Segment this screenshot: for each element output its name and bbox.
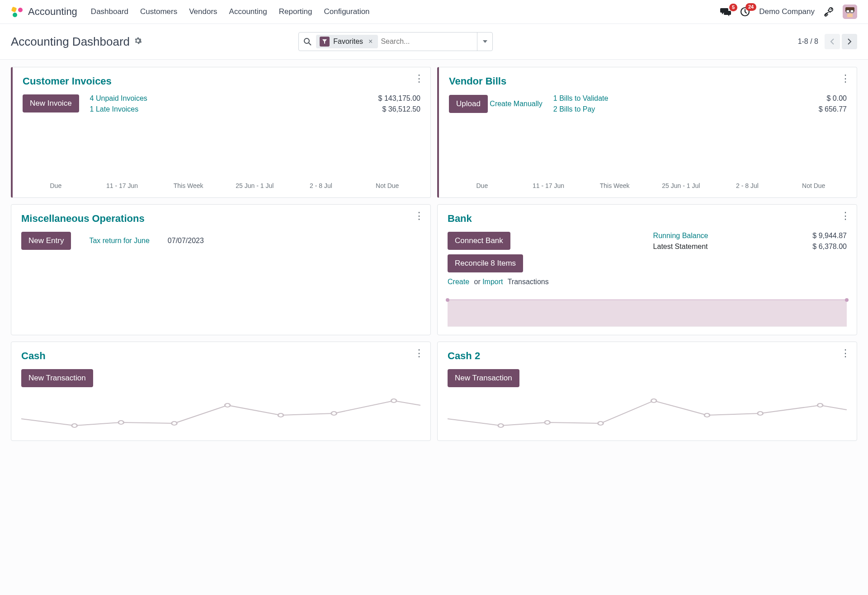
main-nav: Dashboard Customers Vendors Accounting R… xyxy=(91,7,370,16)
unpaid-amount: $ 143,175.00 xyxy=(378,94,420,103)
svg-rect-7 xyxy=(850,10,854,13)
card-title[interactable]: Customer Invoices xyxy=(23,75,420,87)
nav-configuration[interactable]: Configuration xyxy=(324,7,369,16)
card-title[interactable]: Cash 2 xyxy=(448,350,847,362)
text-or: or xyxy=(474,278,480,286)
axis-label: 25 Jun - 1 Jul xyxy=(648,182,714,189)
axis-label: Not Due xyxy=(354,182,420,189)
svg-point-22 xyxy=(704,413,710,417)
create-transaction-link[interactable]: Create xyxy=(448,278,469,286)
new-transaction-button[interactable]: New Transaction xyxy=(21,369,93,387)
running-balance-link[interactable]: Running Balance xyxy=(653,232,708,240)
running-balance-value: $ 9,944.87 xyxy=(812,232,847,240)
axis-label: 11 - 17 Jun xyxy=(515,182,582,189)
new-entry-button[interactable]: New Entry xyxy=(21,232,71,250)
nav-accounting[interactable]: Accounting xyxy=(229,7,267,16)
page-title: Accounting Dashboard xyxy=(11,35,142,49)
card-menu-button[interactable]: ⋮ xyxy=(840,211,850,221)
card-menu-button[interactable]: ⋮ xyxy=(840,348,850,358)
top-icons: 5 24 Demo Company xyxy=(720,5,857,19)
card-menu-button[interactable]: ⋮ xyxy=(414,348,424,358)
brand[interactable]: Accounting xyxy=(11,5,77,18)
svg-rect-6 xyxy=(846,10,849,13)
filter-chip-label: Favorites xyxy=(333,37,363,46)
late-invoices-link[interactable]: 1 Late Invoices xyxy=(90,105,147,113)
svg-point-14 xyxy=(225,403,230,407)
card-menu-button[interactable]: ⋮ xyxy=(414,211,424,221)
clock-badge: 24 xyxy=(745,3,756,11)
nav-dashboard[interactable]: Dashboard xyxy=(91,7,128,16)
svg-point-13 xyxy=(172,422,177,425)
text-transactions: Transactions xyxy=(508,278,549,286)
user-avatar[interactable] xyxy=(843,5,857,19)
search-bar[interactable]: Favorites × xyxy=(298,32,493,51)
nav-vendors[interactable]: Vendors xyxy=(189,7,217,16)
search-icon xyxy=(299,37,316,46)
search-input[interactable] xyxy=(381,37,477,46)
bills-to-validate-link[interactable]: 1 Bills to Validate xyxy=(553,94,609,103)
tax-return-link[interactable]: Tax return for June xyxy=(89,237,149,245)
reconcile-button[interactable]: Reconcile 8 Items xyxy=(448,254,523,272)
debug-button[interactable] xyxy=(824,7,834,17)
pager: 1-8 / 8 xyxy=(798,34,857,49)
page-title-text: Accounting Dashboard xyxy=(11,35,130,49)
card-misc-operations: ⋮ Miscellaneous Operations New Entry Tax… xyxy=(11,204,431,335)
gear-icon[interactable] xyxy=(134,37,142,46)
svg-rect-8 xyxy=(847,14,853,17)
new-invoice-button[interactable]: New Invoice xyxy=(23,94,79,112)
svg-line-10 xyxy=(309,43,311,45)
card-title[interactable]: Vendor Bills xyxy=(449,75,847,87)
svg-point-21 xyxy=(651,399,656,403)
svg-point-17 xyxy=(391,399,396,403)
chevron-left-icon xyxy=(830,38,835,45)
svg-point-9 xyxy=(304,38,309,43)
nav-customers[interactable]: Customers xyxy=(140,7,177,16)
new-transaction-button[interactable]: New Transaction xyxy=(448,369,519,387)
card-menu-button[interactable]: ⋮ xyxy=(840,74,850,84)
bills-to-pay-link[interactable]: 2 Bills to Pay xyxy=(553,105,609,113)
chat-badge: 5 xyxy=(729,4,737,11)
axis-label: This Week xyxy=(155,182,222,189)
wrench-icon xyxy=(824,7,834,17)
filter-chip-favorites[interactable]: Favorites × xyxy=(316,35,378,48)
control-panel: Accounting Dashboard Favorites × 1-8 / 8 xyxy=(0,24,868,60)
axis-label: 25 Jun - 1 Jul xyxy=(222,182,288,189)
upload-button[interactable]: Upload xyxy=(449,95,488,113)
card-menu-button[interactable]: ⋮ xyxy=(414,74,424,84)
company-switcher[interactable]: Demo Company xyxy=(759,7,815,16)
search-options-toggle[interactable] xyxy=(477,33,492,51)
pager-next-button[interactable] xyxy=(842,34,857,49)
axis-label: Not Due xyxy=(780,182,847,189)
card-cash-2: ⋮ Cash 2 New Transaction xyxy=(437,342,857,441)
axis-label: 2 - 8 Jul xyxy=(288,182,354,189)
card-customer-invoices: ⋮ Customer Invoices New Invoice 4 Unpaid… xyxy=(11,67,431,198)
app-name: Accounting xyxy=(28,6,77,18)
connect-bank-button[interactable]: Connect Bank xyxy=(448,232,510,250)
pager-prev-button[interactable] xyxy=(825,34,840,49)
unpaid-invoices-link[interactable]: 4 Unpaid Invoices xyxy=(90,94,147,103)
chip-remove-icon[interactable]: × xyxy=(367,37,374,46)
cash2-sparkline xyxy=(448,387,847,432)
card-cash: ⋮ Cash New Transaction xyxy=(11,342,431,441)
avatar-icon xyxy=(843,5,857,19)
card-title[interactable]: Cash xyxy=(21,350,420,362)
card-title[interactable]: Bank xyxy=(448,213,847,225)
svg-point-23 xyxy=(758,412,763,415)
svg-point-24 xyxy=(817,403,823,407)
nav-reporting[interactable]: Reporting xyxy=(279,7,312,16)
import-transaction-link[interactable]: Import xyxy=(482,278,503,286)
svg-point-2 xyxy=(18,8,23,12)
latest-statement-value: $ 6,378.00 xyxy=(812,243,847,251)
svg-point-11 xyxy=(72,424,77,427)
svg-rect-0 xyxy=(11,7,17,13)
card-title[interactable]: Miscellaneous Operations xyxy=(21,213,420,225)
card-vendor-bills: ⋮ Vendor Bills Upload Create Manually 1 … xyxy=(437,67,857,198)
discuss-button[interactable]: 5 xyxy=(720,7,731,16)
dashboard-grid: ⋮ Customer Invoices New Invoice 4 Unpaid… xyxy=(0,60,868,448)
app-logo-icon xyxy=(11,5,24,18)
axis-label: 11 - 17 Jun xyxy=(89,182,156,189)
pager-count: 1-8 / 8 xyxy=(798,37,818,46)
activities-button[interactable]: 24 xyxy=(740,7,750,17)
create-manually-link[interactable]: Create Manually xyxy=(490,100,542,108)
bank-balance-chart xyxy=(448,300,847,327)
